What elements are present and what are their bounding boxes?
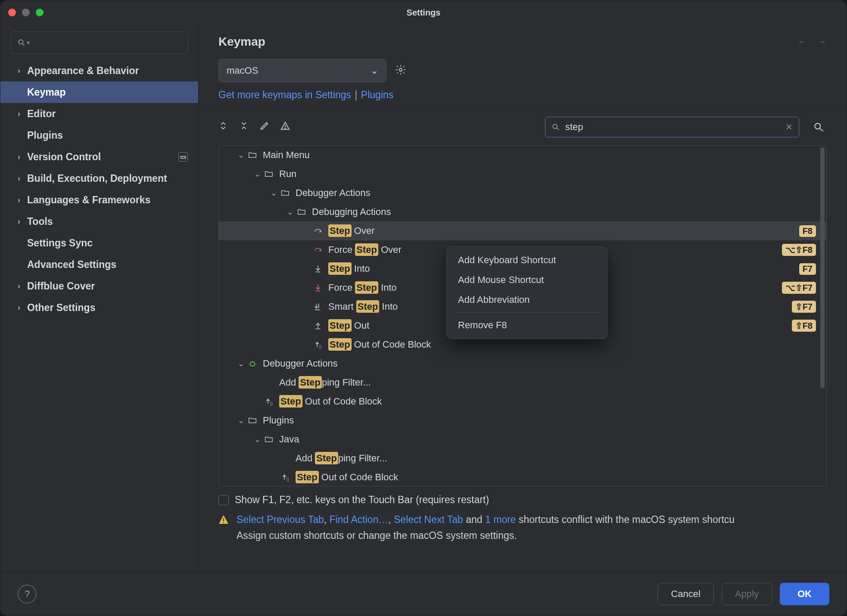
step-out-block-icon: {}: [279, 473, 291, 482]
tree-node-run[interactable]: ⌄ Run: [219, 165, 826, 184]
conflict-link[interactable]: Select Next Tab: [394, 514, 463, 525]
context-menu-add-keyboard[interactable]: Add Keyboard Shortcut: [447, 250, 607, 270]
tree-node-debugger-actions[interactable]: ⌄ Debugger Actions: [219, 184, 826, 202]
context-menu-add-mouse[interactable]: Add Mouse Shortcut: [447, 270, 607, 290]
chevron-right-icon: ›: [15, 282, 23, 291]
tree-leaf-label: Step Out of Code Block: [328, 339, 431, 350]
window-title: Settings: [407, 8, 441, 18]
tree-leaf-label: Add Stepping Filter...: [279, 377, 371, 388]
chevron-right-icon: ›: [15, 109, 23, 118]
sidebar-item-label: Settings Sync: [27, 237, 93, 249]
expand-collapse-icon[interactable]: [218, 121, 228, 133]
tree-leaf-label: Force Step Into: [328, 282, 397, 293]
svg-point-9: [821, 130, 822, 131]
conflict-link[interactable]: 1 more: [485, 514, 516, 525]
help-button[interactable]: ?: [18, 585, 37, 604]
cancel-button[interactable]: Cancel: [657, 583, 713, 605]
apply-button[interactable]: Apply: [722, 583, 772, 605]
tree-node-label: Debugging Actions: [312, 206, 391, 218]
sidebar-item-plugins[interactable]: Plugins: [0, 124, 198, 146]
chevron-right-icon: ›: [15, 174, 23, 183]
sidebar-item-label: Build, Execution, Deployment: [27, 173, 167, 184]
sidebar-item-label: Appearance & Behavior: [27, 65, 139, 77]
tree-node-debugger-actions-2[interactable]: ⌄ Debugger Actions: [219, 354, 826, 373]
chevron-down-icon: ⌄: [371, 65, 378, 76]
sidebar-item-label: Plugins: [27, 130, 63, 141]
svg-rect-28: [223, 522, 224, 523]
minimize-window-button[interactable]: [22, 9, 30, 16]
chevron-down-icon: ⌄: [235, 416, 246, 425]
shortcut-badge: ⇧F7: [792, 301, 816, 313]
ok-button[interactable]: OK: [780, 583, 829, 605]
close-window-button[interactable]: [8, 9, 16, 16]
chevron-right-icon: ›: [15, 196, 23, 205]
folder-icon: [246, 416, 258, 425]
folder-icon: [246, 150, 258, 160]
sidebar-search-input[interactable]: ▾: [11, 31, 188, 54]
conflict-link[interactable]: Select Previous Tab: [237, 514, 324, 525]
tree-leaf[interactable]: {}Step Out of Code Block: [219, 468, 826, 486]
edit-icon[interactable]: [260, 121, 269, 133]
tree-node-label: Debugger Actions: [263, 358, 338, 369]
settings-tree: › Appearance & Behavior Keymap › Editor …: [0, 60, 198, 572]
step-out-block-icon: {}: [312, 340, 324, 349]
get-more-plugins-link[interactable]: Plugins: [361, 89, 393, 100]
tree-leaf-label: Step Over: [328, 225, 374, 236]
context-menu-remove[interactable]: Remove F8: [447, 315, 607, 335]
action-search-input[interactable]: ✕: [545, 117, 799, 137]
svg-text:{}: {}: [270, 401, 273, 406]
tree-node-label: Run: [279, 168, 296, 180]
search-icon: [551, 123, 560, 131]
sidebar-item-tools[interactable]: › Tools: [0, 211, 198, 232]
context-menu-add-abbreviation[interactable]: Add Abbreviation: [447, 290, 607, 310]
chevron-down-icon: ⌄: [252, 169, 263, 179]
back-button[interactable]: ←: [797, 36, 807, 47]
sidebar-item-label: Other Settings: [27, 302, 95, 314]
scrollbar-thumb[interactable]: [820, 147, 825, 389]
warning-icon[interactable]: [280, 121, 290, 133]
tree-node-main-menu[interactable]: ⌄ Main Menu: [219, 146, 826, 165]
sidebar-item-editor[interactable]: › Editor: [0, 103, 198, 124]
get-more-settings-link[interactable]: Get more keymaps in Settings: [218, 89, 351, 100]
tree-node-plugins[interactable]: ⌄ Plugins: [219, 411, 826, 430]
sidebar-item-other-settings[interactable]: › Other Settings: [0, 297, 198, 318]
sidebar-item-keymap[interactable]: Keymap: [0, 81, 198, 103]
keymap-preset-select[interactable]: macOS ⌄: [218, 59, 386, 82]
zoom-window-button[interactable]: [36, 9, 44, 16]
conflict-warning: Select Previous Tab, Find Action…, Selec…: [199, 509, 847, 553]
folder-icon: [263, 435, 275, 444]
sidebar-item-languages[interactable]: › Languages & Frameworks: [0, 189, 198, 211]
forward-button[interactable]: →: [817, 36, 827, 47]
conflict-link[interactable]: Find Action…: [330, 514, 389, 525]
chevron-down-icon: ⌄: [284, 207, 296, 217]
tree-node-java[interactable]: ⌄ Java: [219, 430, 826, 449]
get-more-keymaps-link: Get more keymaps in Settings | Plugins: [199, 84, 847, 109]
svg-point-10: [823, 130, 824, 131]
page-title: Keymap: [218, 35, 265, 49]
shortcut-badge: F8: [799, 225, 816, 237]
gear-icon[interactable]: [395, 64, 406, 78]
tree-leaf[interactable]: Step OverF8: [219, 221, 826, 240]
sidebar-item-diffblue-cover[interactable]: › Diffblue Cover: [0, 275, 198, 297]
tree-leaf[interactable]: Add Stepping Filter...: [219, 373, 826, 392]
svg-point-5: [553, 124, 557, 128]
collapse-all-icon[interactable]: [239, 121, 249, 133]
clear-search-icon[interactable]: ✕: [785, 122, 793, 132]
tree-node-debugging-actions[interactable]: ⌄ Debugging Actions: [219, 202, 826, 221]
sidebar-item-build[interactable]: › Build, Execution, Deployment: [0, 168, 198, 189]
sidebar-item-settings-sync[interactable]: Settings Sync: [0, 232, 198, 254]
tree-leaf[interactable]: Add Stepping Filter...: [219, 449, 826, 468]
sidebar-item-label: Version Control: [27, 151, 101, 163]
find-by-shortcut-icon[interactable]: [810, 119, 827, 135]
warning-icon: [218, 513, 229, 529]
touchbar-checkbox[interactable]: [218, 495, 229, 505]
sidebar-item-label: Editor: [27, 108, 56, 120]
dialog-footer: ? Cancel Apply OK: [0, 572, 847, 616]
tree-leaf[interactable]: {}Step Out of Code Block: [219, 392, 826, 411]
sidebar-item-version-control[interactable]: › Version Control ▭: [0, 146, 198, 168]
step-out-icon: [312, 321, 324, 330]
sidebar-item-appearance-behavior[interactable]: › Appearance & Behavior: [0, 60, 198, 81]
folder-icon: [263, 169, 275, 179]
sidebar-item-advanced-settings[interactable]: Advanced Settings: [0, 254, 198, 275]
action-search-field[interactable]: [565, 121, 780, 133]
